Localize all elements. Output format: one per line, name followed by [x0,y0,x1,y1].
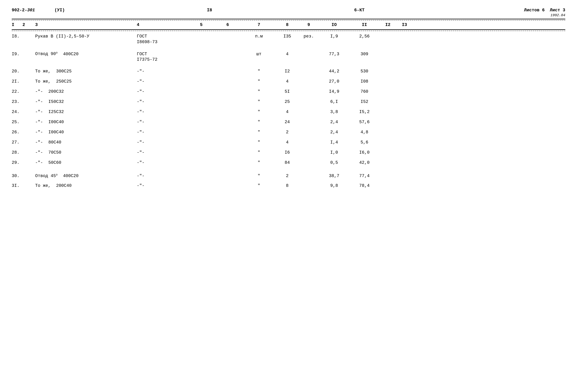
row-spec: ГОСТI7375-72 [137,52,189,63]
row-name2: 400С20 [63,52,78,57]
row-name: То же,250С25 [35,79,137,84]
row-unit: " [242,89,276,94]
row-spec: -"- [137,99,189,104]
row-unit-price: 0,5 [319,160,350,165]
col-header-13: I3 [397,22,412,27]
row-num: 24. [12,109,23,114]
doc-number: 902-2-301 [12,8,35,13]
col-header-8: 8 [276,22,299,27]
row-name: То же,200С40 [35,183,137,188]
row-unit-price: I,4 [319,140,350,145]
row-unit: " [242,174,276,178]
row-unit-price: 6,I [319,99,350,104]
row-unit-price: 2,4 [319,120,350,125]
row-spec: -"- [137,120,189,125]
table-row: 28.-"-70С50-"-"I6I,0I6,0 [12,148,565,158]
row-unit: п.м [242,34,276,39]
col-header-11: II [350,22,379,27]
row-name2: 300С25 [56,69,72,74]
dashed-divider-1 [12,20,565,21]
row-name2: 200С40 [56,183,72,188]
table-row: 25.-"-I00С40-"-"242,457,6 [12,118,565,127]
row-total-price: 5,6 [350,140,379,145]
col-header-4: 4 [137,22,189,27]
row-name2: 200С32 [48,89,64,94]
row-unit-price: I4,9 [319,89,350,94]
row-name: То же,300С25 [35,69,137,74]
row-unit: " [242,140,276,145]
table-row: I8.Рукав В (II)-2,5-50-УГОСТI8698-73п.мI… [12,32,565,46]
section-label: (УI) [55,8,65,13]
row-total-price: I5,2 [350,109,379,114]
row-unit: " [242,99,276,104]
row-unit-price: 44,2 [319,69,350,74]
row-total-price: 530 [350,69,379,74]
col-header-5: 5 [189,22,213,27]
row-unit: " [242,130,276,135]
row-num: 25. [12,120,23,125]
листов-label: Листов 6 Лист 3 [524,8,565,13]
row-qty: I6 [276,150,299,155]
row-num: 26. [12,130,23,135]
row-unit-price: 3,8 [319,109,350,114]
row-unit-price: 27,0 [319,79,350,84]
col-header-divider-dashed [12,31,565,31]
row-unit-price: 38,7 [319,174,350,178]
row-num: I8. [12,34,23,39]
row-name: -"-I00С40 [35,130,137,135]
row-qty: 4 [276,140,299,145]
row-spec: -"- [137,89,189,94]
top-divider [12,19,565,19]
row-name2: I00С40 [48,130,64,135]
row-unit: " [242,79,276,84]
row-qty: 24 [276,120,299,125]
col-header-10: IO [319,22,350,27]
row-unit: шт [242,52,276,57]
row-spec: -"- [137,109,189,114]
row-unit: " [242,183,276,188]
row-qty: 4 [276,79,299,84]
row-qty: 4 [276,109,299,114]
row-name2: 250С25 [56,79,72,84]
row-num: 22. [12,89,23,94]
row-spec: -"- [137,130,189,135]
row-qty: 25 [276,99,299,104]
row-spec: -"- [137,69,189,74]
row-name2: I25С32 [48,109,64,114]
row-total-price: 57,6 [350,120,379,125]
i8-label: I8 [207,8,212,13]
col-header-12: I2 [379,22,397,27]
row-unit: " [242,150,276,155]
row-qty: I2 [276,69,299,74]
row-num: 2I. [12,79,23,84]
row-qty: I35 [276,34,299,39]
row-num: 27. [12,140,23,145]
table-row: 24.-"-I25С32-"-"43,8I5,2 [12,108,565,117]
row-unit: " [242,160,276,165]
row-unit-price: I,9 [319,34,350,39]
row-unit-price: I,0 [319,150,350,155]
row-unit-price: 2,4 [319,130,350,135]
row-unit-price: 77,3 [319,52,350,57]
table-row: 22.-"-200С32-"-"5II4,9760 [12,87,565,97]
table-row: 20.То же,300С25-"-"I244,2530 [12,67,565,76]
row-qty: 2 [276,174,299,178]
row-total-price: 760 [350,89,379,94]
row-spec: -"- [137,160,189,165]
table-row: 27.-"-80С40-"-"4I,45,6 [12,138,565,147]
row-spec: -"- [137,174,189,178]
col-header-1: I [12,22,23,27]
col-header-7: 7 [242,22,276,27]
row-num: I9. [12,52,23,57]
table-row: 23.-"-I50С32-"-"256,II52 [12,98,565,107]
row-total-price: I6,0 [350,150,379,155]
data-table-body: I8.Рукав В (II)-2,5-50-УГОСТI8698-73п.мI… [12,32,565,191]
row-name: -"-I25С32 [35,109,137,114]
row-spec: -"- [137,150,189,155]
kt-label: 6-КТ [354,8,365,13]
col-header-3: 3 [35,22,137,27]
row-name: -"-70С50 [35,150,137,155]
column-headers: I 2 3 4 5 6 7 8 9 IO II I2 I3 [12,21,565,29]
row-num: 20. [12,69,23,74]
row-num: 3I. [12,183,23,188]
